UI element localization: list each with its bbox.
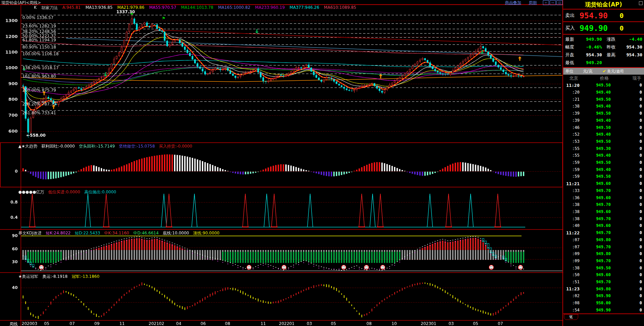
price-tick: 1200: [0, 34, 18, 39]
indicator-header: 界文KDJ改进短K:24.8022短D:22.5433中K:34.1160中D:…: [18, 230, 220, 236]
price-tick: 1300: [0, 18, 18, 23]
tick-volume: 0: [611, 308, 642, 312]
trading-terminal: 现货铂金(AP)<周线> 商品叠加周期 ⇦⇨◫ K 胡家刀法 A:945.81M…: [0, 0, 644, 326]
col-volume: 现手: [620, 75, 641, 81]
tick-volume: 0: [611, 97, 642, 102]
tick-time: :38: [563, 266, 580, 270]
ticker-row: :39949.500: [563, 110, 644, 117]
unit-usd-option[interactable]: 美元/盎司: [607, 69, 624, 74]
arrow-left-icon[interactable]: ⇦: [543, 0, 549, 5]
top-links: 商品叠加周期: [505, 0, 537, 6]
date-tick: 202003: [22, 321, 37, 326]
info-value: -0.46%: [580, 44, 602, 50]
unit-cny-option[interactable]: 元/克: [583, 69, 592, 74]
indicator-header: ●●●●●亿万低位买进:0.0000高位抛出:0.0000: [18, 189, 116, 195]
low-price-label: ←558.00: [26, 133, 45, 138]
tick-time: :39: [563, 118, 580, 123]
tick-time: :39: [563, 111, 580, 116]
split-window-icon[interactable]: ◫: [556, 0, 563, 5]
tick-price: 949.60: [580, 223, 611, 228]
ticker-row: :33949.700: [563, 187, 644, 194]
unit-label: 单位: [565, 69, 573, 74]
indicator-tick: 40: [0, 285, 18, 290]
indicator-tick: 90: [0, 233, 18, 238]
price-tick: 800: [0, 97, 18, 102]
date-tick: 03: [307, 321, 312, 326]
tick-price: 950.00: [580, 301, 611, 305]
price-tick: 700: [0, 113, 18, 118]
sell-label: 卖出: [565, 13, 580, 19]
tick-volume: 0: [611, 258, 642, 263]
date-tick: 08: [225, 321, 230, 326]
info-label: 最低: [565, 60, 580, 66]
price-tick: 1100: [0, 50, 18, 55]
date-tick: 09: [94, 321, 99, 326]
top-icons: ⇦⇨◫: [543, 0, 563, 5]
fib-level-label: 23.60% 1282.19: [22, 24, 56, 28]
ticker-row: :07949.700: [563, 243, 644, 250]
indicator-title: ●●●●●亿万: [18, 189, 44, 195]
fib-level-label: 38.20% 1248.56: [22, 29, 56, 34]
tick-volume: 0: [611, 216, 642, 221]
tick-volume: 0: [611, 125, 642, 130]
buy-qty: 0: [620, 24, 624, 32]
date-tick: 202201: [279, 321, 295, 326]
tick-volume: 0: [611, 230, 642, 235]
tick-time: 11:22: [563, 230, 580, 235]
ticker-row: 11:20949.500: [563, 82, 644, 89]
date-tick: 06: [201, 321, 206, 326]
quote-panel: 现货铂金(AP) 卖出 954.90 0 买入 949.90 0 最新949.9…: [563, 0, 644, 326]
ticker-row: :59949.500: [563, 159, 644, 166]
indicator-value: 短D:22.5433: [75, 230, 100, 236]
arrow-right-icon[interactable]: ⇨: [550, 0, 556, 5]
tick-price: 949.80: [580, 287, 611, 291]
overlay-link[interactable]: 商品叠加: [505, 0, 521, 6]
tick-time: :07: [563, 245, 580, 249]
indicator-title: ▲★大趋势: [18, 143, 37, 149]
quote-info-row: 最新949.90涨跌-4.40: [563, 35, 644, 43]
ticker-row: :38949.700: [563, 201, 644, 208]
date-tick: 07: [498, 321, 503, 326]
quote-info-row: 幅度-0.46%昨收954.30: [563, 43, 644, 51]
period-link[interactable]: 周期: [529, 0, 537, 6]
tick-volume: 0: [611, 139, 642, 144]
restore-window-icon[interactable]: [639, 1, 643, 5]
tick-price: 949.70: [580, 202, 611, 207]
tick-time: :38: [563, 104, 580, 109]
tick-price: 949.50: [580, 111, 611, 116]
tick-price: 949.50: [580, 266, 611, 270]
info-label: 涨跌: [607, 36, 620, 42]
tick-time: :50: [563, 272, 580, 277]
ticker-row: :46949.500: [563, 124, 644, 131]
date-tick: 04: [176, 321, 181, 326]
date-tick: 07: [70, 321, 75, 326]
indicator-value: 顶线:90.0000: [193, 230, 220, 236]
ticker-row: :53949.500: [563, 138, 644, 145]
tab-ticks[interactable]: 笔: [564, 314, 578, 320]
tick-price: 949.70: [580, 230, 611, 235]
buy-label: 买入: [565, 25, 580, 31]
tick-price: 949.80: [580, 237, 611, 242]
fib-level-label: 138.20% 1018.17: [22, 65, 59, 70]
tick-price: 949.80: [580, 251, 611, 256]
indicator-value: 买入持货:-0.0000: [159, 143, 192, 149]
ma-header: K 胡家刀法 A:945.81MA13:936.85MA21:979.86MA5…: [34, 5, 356, 11]
tick-price: 949.30: [580, 146, 611, 151]
tick-time: 11:21: [563, 181, 580, 186]
info-value: 949.90: [580, 37, 602, 42]
tick-time: :38: [563, 209, 580, 214]
tick-volume: 0: [611, 188, 642, 193]
tick-volume: 0: [611, 223, 642, 228]
ticker-row: 11:21949.600: [563, 180, 644, 187]
date-tick: 10: [392, 321, 397, 326]
ticker-row: :36949.600: [563, 194, 644, 201]
indicator-value: 高位抛出:0.0000: [84, 189, 116, 195]
info-label: 昨收: [607, 44, 620, 50]
sell-row: 卖出 954.90 0: [563, 9, 644, 22]
quote-info-row: 最低949.20: [563, 59, 644, 66]
indicator-tick: 0: [0, 169, 18, 174]
ticker-row: :40949.600: [563, 222, 644, 229]
price-tick: 900: [0, 81, 18, 86]
unit-row: 单位 元/克 ✔ 美元/盎司: [563, 68, 644, 75]
indicator-value: 中D:46.6614: [133, 230, 159, 236]
